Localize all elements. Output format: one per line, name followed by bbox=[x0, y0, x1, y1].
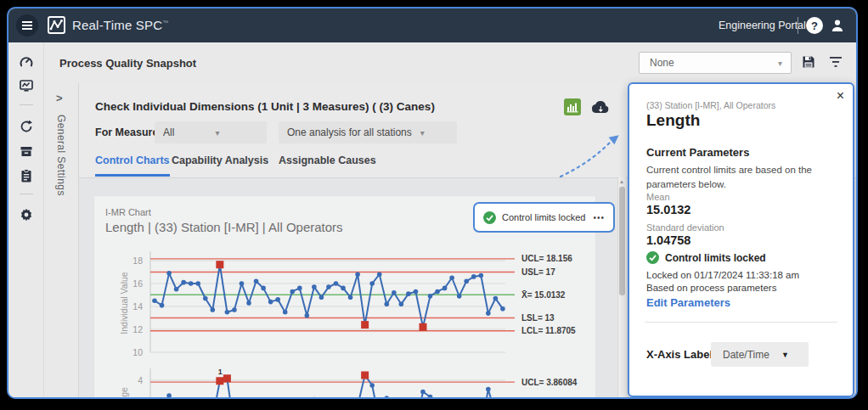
control-limits-locked-badge[interactable]: Control limits locked ••• bbox=[473, 202, 615, 233]
lock-status-label: Control limits locked bbox=[665, 252, 766, 264]
analysis-heading: Check Individual Dimensions (1 Unit | 3 … bbox=[95, 100, 435, 113]
chevron-down-icon: ▾ bbox=[420, 128, 449, 138]
preset-select[interactable]: None ▾ bbox=[639, 52, 792, 74]
for-measure-label: For Measure: bbox=[95, 126, 162, 138]
app-title: Real-Time SPC™ bbox=[72, 18, 168, 32]
check-circle-icon bbox=[483, 211, 496, 224]
xaxis-label: X-Axis Label: bbox=[646, 348, 716, 361]
portal-selector[interactable]: Engineering Portal▾ bbox=[719, 20, 814, 31]
chart-type-label: I-MR Chart bbox=[105, 207, 151, 217]
chart-view-button[interactable] bbox=[564, 98, 581, 115]
panel-title: Length bbox=[646, 111, 700, 130]
sidebar-item-dashboard[interactable] bbox=[19, 54, 34, 70]
lock-status-row: Control limits locked bbox=[646, 251, 766, 264]
general-settings-label: General Settings bbox=[55, 115, 67, 196]
analysis-mode-dropdown[interactable]: One analysis for all stations ▾ bbox=[279, 121, 457, 143]
current-parameters-heading: Current Parameters bbox=[646, 146, 749, 159]
xaxis-dropdown[interactable]: Date/Time ▼ bbox=[711, 342, 809, 367]
sidebar-item-settings-gear-icon[interactable] bbox=[19, 207, 34, 222]
check-circle-icon bbox=[646, 251, 659, 264]
app-logo-icon bbox=[48, 16, 65, 34]
trademark: ™ bbox=[162, 20, 168, 25]
parameters-description: Current control limits are based on the … bbox=[646, 163, 840, 191]
sd-label: Standard deviation bbox=[646, 222, 724, 233]
measure-dropdown-value: All bbox=[163, 126, 207, 138]
top-navbar: Real-Time SPC™ Engineering Portal▾ ? bbox=[8, 8, 856, 42]
scrollbar-up-arrow-icon[interactable]: ▲ bbox=[619, 179, 624, 184]
sidebar-item-refresh[interactable] bbox=[19, 119, 34, 134]
panel-context: (33) Station [I-MR], All Operators bbox=[646, 100, 775, 110]
cloud-download-icon[interactable] bbox=[589, 98, 612, 116]
based-on-text: Based on process parameters bbox=[646, 283, 776, 293]
sd-value: 1.04758 bbox=[646, 233, 690, 247]
sidebar-divider bbox=[20, 194, 33, 194]
chevron-down-icon: ▼ bbox=[781, 351, 798, 359]
hamburger-menu-icon[interactable] bbox=[16, 14, 38, 37]
scrollbar-thumb[interactable] bbox=[619, 187, 625, 295]
help-icon[interactable]: ? bbox=[806, 17, 823, 34]
save-icon[interactable] bbox=[800, 53, 817, 70]
measure-dropdown[interactable]: All ▾ bbox=[155, 121, 267, 143]
sidebar-item-archive[interactable] bbox=[19, 143, 34, 159]
panel-divider bbox=[645, 322, 837, 323]
tab-capability-analysis[interactable]: Capability Analysis bbox=[172, 154, 268, 174]
chevron-down-icon: ▾ bbox=[216, 128, 260, 138]
user-icon[interactable] bbox=[829, 17, 846, 34]
preset-select-value: None bbox=[650, 57, 768, 69]
close-icon[interactable]: × bbox=[837, 88, 844, 104]
navbar-divider bbox=[798, 17, 798, 34]
app-window: Real-Time SPC™ Engineering Portal▾ ? Pro… bbox=[7, 7, 858, 399]
mean-label: Mean bbox=[646, 192, 670, 202]
locked-on-text: Locked on 01/17/2024 11:33:18 am bbox=[646, 270, 799, 280]
edit-parameters-link[interactable]: Edit Parameters bbox=[646, 296, 730, 309]
filter-icon[interactable] bbox=[828, 55, 843, 69]
sidebar-divider bbox=[20, 104, 33, 105]
mean-value: 15.0132 bbox=[646, 203, 690, 216]
badge-label: Control limits locked bbox=[502, 212, 585, 222]
parameters-panel: × (33) Station [I-MR], All Operators Len… bbox=[628, 82, 854, 397]
chart-title: Length | (33) Station [I-MR] | All Opera… bbox=[105, 220, 343, 234]
tab-control-charts[interactable]: Control Charts bbox=[95, 154, 170, 177]
analysis-mode-value: One analysis for all stations bbox=[287, 126, 412, 138]
sidebar-rail bbox=[8, 42, 44, 399]
page-title: Process Quality Snapshot bbox=[59, 57, 196, 70]
xaxis-dropdown-value: Date/Time bbox=[723, 349, 769, 361]
badge-menu-icon[interactable]: ••• bbox=[593, 213, 605, 222]
sidebar-item-clipboard[interactable] bbox=[19, 168, 34, 183]
sidebar-item-monitor-chart[interactable] bbox=[19, 78, 34, 93]
chevron-down-icon: ▾ bbox=[778, 59, 782, 68]
expand-chevron-icon[interactable]: > bbox=[56, 92, 63, 104]
tab-assignable-causes[interactable]: Assignable Causes bbox=[279, 154, 376, 174]
